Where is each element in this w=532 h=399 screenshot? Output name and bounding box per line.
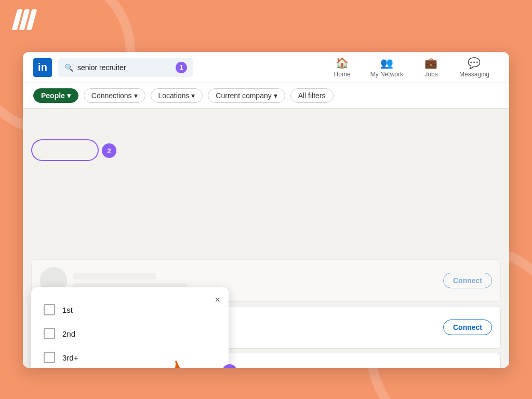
nav-messaging[interactable]: 💬 Messaging: [450, 52, 499, 82]
people-filter-label: People ▾: [41, 91, 71, 100]
checkbox-1st[interactable]: [44, 304, 55, 315]
checkbox-3rd[interactable]: [44, 352, 55, 363]
dropdown-close-button[interactable]: ×: [215, 295, 220, 305]
connect-button-2[interactable]: Connect: [443, 320, 492, 335]
nav-home[interactable]: 🏠 Home: [324, 52, 361, 82]
all-filters-button[interactable]: All filters: [290, 88, 334, 103]
messaging-icon: 💬: [468, 57, 481, 69]
linkedin-logo[interactable]: in: [33, 58, 52, 77]
my-network-icon: 👥: [380, 57, 393, 69]
checkbox-2nd[interactable]: [44, 328, 55, 339]
step-2-badge: 2: [102, 143, 116, 158]
content-area: × 1st 2nd 3rd+ Cancel Show results 3: [23, 259, 509, 368]
checkbox-row-2nd[interactable]: 2nd: [44, 322, 216, 345]
jobs-icon: 💼: [424, 57, 437, 69]
nav-my-network-label: My Network: [370, 71, 403, 78]
app-logo: [15, 9, 34, 30]
nav-messaging-label: Messaging: [459, 71, 489, 78]
search-bar[interactable]: 🔍 senior recruiter 1: [58, 58, 193, 77]
filter-bar: People ▾ Connections ▾ Locations ▾ Curre…: [23, 83, 509, 109]
search-step-badge: 1: [176, 62, 187, 73]
checkbox-1st-label: 1st: [62, 305, 73, 314]
linkedin-logo-text: in: [38, 61, 47, 73]
all-filters-label: All filters: [298, 91, 326, 100]
nav-home-label: Home: [334, 71, 351, 78]
locations-filter-label: Locations ▾: [158, 91, 195, 100]
people-filter-button[interactable]: People ▾: [33, 88, 78, 103]
search-input-value: senior recruiter: [77, 63, 171, 72]
checkbox-row-1st[interactable]: 1st: [44, 298, 216, 322]
home-icon: 🏠: [336, 57, 349, 69]
card-info-1: [73, 273, 437, 288]
people-annotation-outline: [31, 139, 99, 161]
search-icon: 🔍: [64, 63, 73, 72]
linkedin-window: in 🔍 senior recruiter 1 🏠 Home 👥 My Netw…: [23, 52, 509, 368]
checkbox-3rd-label: 3rd+: [62, 353, 78, 362]
checkbox-2nd-label: 2nd: [62, 329, 75, 338]
nav-jobs[interactable]: 💼 Jobs: [413, 52, 450, 82]
connect-button-1[interactable]: Connect: [443, 273, 492, 288]
current-company-filter-button[interactable]: Current company ▾: [208, 88, 285, 103]
checkbox-row-3rd[interactable]: 3rd+: [44, 345, 216, 368]
nav-jobs-label: Jobs: [424, 71, 437, 78]
connections-filter-label: Connections ▾: [91, 91, 138, 100]
current-company-filter-label: Current company ▾: [216, 91, 277, 100]
connections-dropdown: × 1st 2nd 3rd+ Cancel Show results: [31, 287, 229, 368]
nav-bar: 🏠 Home 👥 My Network 💼 Jobs 💬 Messaging: [324, 52, 499, 82]
linkedin-header: in 🔍 senior recruiter 1 🏠 Home 👥 My Netw…: [23, 52, 509, 83]
locations-filter-button[interactable]: Locations ▾: [151, 88, 203, 103]
nav-my-network[interactable]: 👥 My Network: [361, 52, 413, 82]
connections-filter-button[interactable]: Connections ▾: [84, 88, 145, 103]
